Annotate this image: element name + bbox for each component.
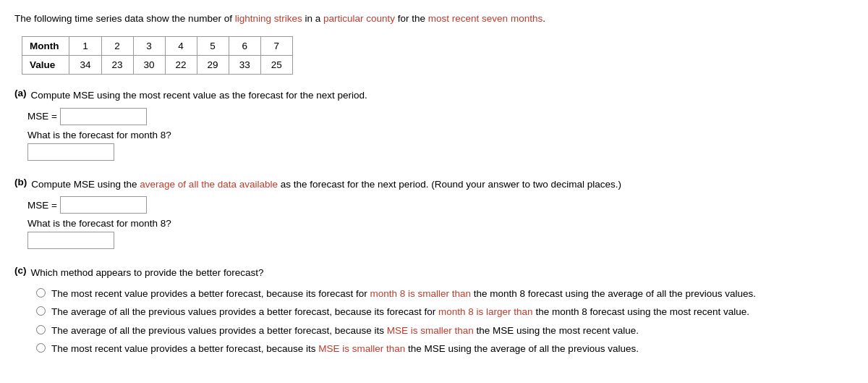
part-b-forecast-label: What is the forecast for month 8?: [27, 218, 854, 229]
radio-input-2[interactable]: [36, 306, 46, 316]
part-b-forecast-input[interactable]: [27, 232, 114, 249]
month-4: 4: [165, 37, 197, 56]
value-6: 33: [229, 56, 260, 75]
value-1: 34: [69, 56, 101, 75]
part-c-section: (c) Which method appears to provide the …: [14, 265, 854, 356]
part-a-forecast-input[interactable]: [27, 143, 114, 161]
table-row-value: Value 34 23 30 22 29 33 25: [22, 56, 293, 75]
part-c-header: (c) Which method appears to provide the …: [14, 265, 854, 281]
part-a-label: (a): [14, 88, 27, 98]
radio-input-1[interactable]: [36, 288, 46, 298]
part-a-mse-input[interactable]: [60, 108, 147, 125]
radio-input-3[interactable]: [36, 325, 46, 334]
radio-option-4: The most recent value provides a better …: [36, 342, 854, 356]
month-5: 5: [197, 37, 229, 56]
value-label: Value: [22, 56, 69, 75]
value-2: 23: [101, 56, 133, 75]
part-b-mse-label: MSE =: [27, 200, 57, 211]
part-b-section: (b) Compute MSE using the average of all…: [14, 177, 854, 250]
intro-paragraph: The following time series data show the …: [14, 12, 854, 26]
month-label: Month: [22, 37, 69, 56]
radio-input-4[interactable]: [36, 343, 46, 353]
table-row-month: Month 1 2 3 4 5 6 7: [22, 37, 293, 56]
value-7: 25: [260, 56, 292, 75]
part-b-mse-input[interactable]: [60, 196, 147, 214]
data-table: Month 1 2 3 4 5 6 7 Value 34 23 30 22 29…: [22, 36, 293, 75]
radio-option-2: The average of all the previous values p…: [36, 305, 854, 319]
part-a-question: Compute MSE using the most recent value …: [31, 88, 367, 104]
radio-option-1: The most recent value provides a better …: [36, 287, 854, 301]
month-3: 3: [133, 37, 165, 56]
month-1: 1: [69, 37, 101, 56]
month-6: 6: [229, 37, 260, 56]
part-c-question: Which method appears to provide the bett…: [31, 265, 264, 281]
part-a-mse-label: MSE =: [27, 111, 57, 122]
part-b-mse-row: MSE =: [27, 196, 854, 214]
part-a-mse-row: MSE =: [27, 108, 854, 125]
part-c-label: (c): [14, 265, 27, 276]
part-a-section: (a) Compute MSE using the most recent va…: [14, 88, 854, 161]
part-a-forecast-label: What is the forecast for month 8?: [27, 130, 854, 140]
value-3: 30: [133, 56, 165, 75]
value-5: 29: [197, 56, 229, 75]
part-b-label: (b): [14, 177, 27, 188]
month-2: 2: [101, 37, 133, 56]
radio-option-3: The average of all the previous values p…: [36, 324, 854, 338]
month-7: 7: [260, 37, 292, 56]
part-b-question: Compute MSE using the average of all the…: [31, 177, 621, 193]
value-4: 22: [165, 56, 197, 75]
